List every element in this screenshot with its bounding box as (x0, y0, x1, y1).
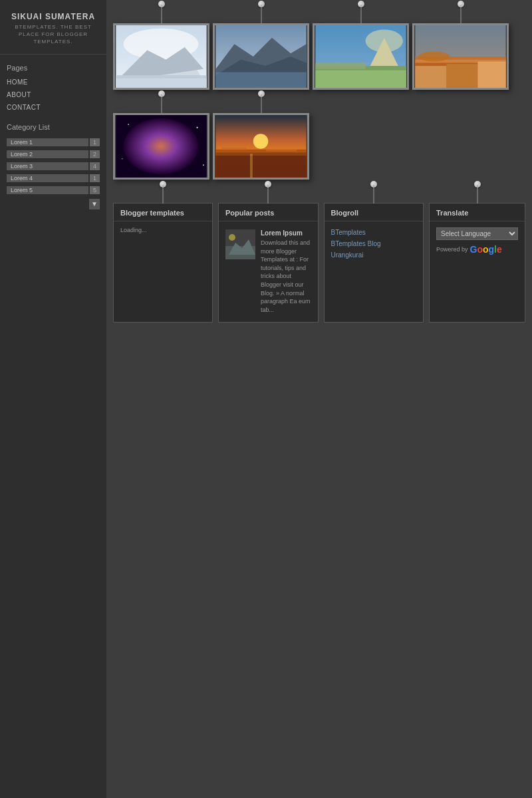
string-widget-1 (163, 185, 164, 203)
popular-posts-widget: Popular posts Lorem Ipsum Download this … (218, 203, 319, 323)
category-label: Lorem 4 (7, 174, 88, 182)
photo-3 (313, 23, 409, 90)
svg-rect-36 (266, 150, 297, 152)
blogroll-link-1[interactable]: BTemplates (331, 227, 417, 238)
blogroll-widget: Blogroll BTemplates BTemplates Blog Uran… (324, 203, 424, 323)
gallery-item-2 (213, 23, 309, 90)
svg-point-28 (122, 158, 123, 160)
gallery-item-4 (412, 23, 509, 90)
category-item[interactable]: Lorem 2 2 (0, 148, 106, 160)
category-count: 5 (90, 186, 100, 194)
category-item[interactable]: Lorem 1 1 (0, 136, 106, 148)
svg-point-26 (128, 124, 129, 125)
photo-2 (213, 23, 309, 90)
string-5 (161, 94, 162, 113)
category-list-heading: Category List (0, 114, 106, 136)
site-header: SIKUAI SUMATERA BTEMPLATES. THE BEST PLA… (0, 7, 106, 55)
powered-by-label: Powered by (436, 246, 468, 253)
translate-title: Translate (430, 203, 525, 221)
pages-nav: HOME ABOUT CONTACT (0, 76, 106, 114)
svg-rect-38 (250, 154, 253, 178)
string-4 (460, 5, 461, 23)
site-title: SIKUAI SUMATERA (7, 12, 100, 21)
category-count: 4 (90, 162, 100, 170)
blogger-templates-title: Blogger templates (114, 203, 212, 221)
string-6 (261, 94, 261, 113)
blogger-templates-content: Loading... (114, 221, 212, 239)
gallery-item-1 (113, 23, 209, 90)
main-content: Blogger templates Loading... Popular pos… (106, 0, 532, 798)
blogroll-link-3[interactable]: Urangkurai (331, 249, 417, 261)
svg-point-23 (418, 51, 450, 61)
category-count: 1 (90, 138, 100, 146)
post-title: Lorem Ipsum (261, 229, 311, 237)
category-item[interactable]: Lorem 4 1 (0, 172, 106, 184)
scroll-button-container: ▼ (0, 196, 106, 212)
category-label: Lorem 1 (7, 138, 88, 146)
pages-heading: Pages (0, 55, 106, 76)
widgets-row: Blogger templates Loading... Popular pos… (106, 183, 532, 326)
svg-rect-20 (415, 66, 446, 88)
svg-rect-14 (315, 70, 406, 88)
svg-rect-5 (116, 78, 206, 88)
string-widget-4 (477, 185, 477, 203)
nav-home[interactable]: HOME (0, 76, 106, 88)
translate-content: Select Language English Spanish French P… (430, 221, 525, 260)
nav-about[interactable]: ABOUT (0, 88, 106, 101)
string-2 (261, 5, 261, 23)
blogroll-link-2[interactable]: BTemplates Blog (331, 238, 417, 249)
gallery-item-5 (113, 113, 209, 180)
photo-1 (113, 23, 209, 90)
gallery-row-2 (106, 93, 532, 183)
category-count: 1 (90, 174, 100, 182)
google-text: Google (470, 244, 502, 255)
svg-rect-15 (315, 63, 365, 68)
popular-posts-content: Lorem Ipsum Download this and more Blogg… (219, 221, 318, 322)
popular-posts-title: Popular posts (219, 203, 318, 221)
post-thumbnail (225, 229, 255, 259)
svg-point-32 (253, 134, 269, 149)
category-label: Lorem 5 (7, 186, 88, 194)
site-tagline: BTEMPLATES. THE BEST PLACE FOR BLOGGER T… (7, 23, 100, 46)
translate-widget: Translate Select Language English Spanis… (429, 203, 525, 323)
svg-rect-21 (446, 64, 477, 88)
svg-point-25 (124, 118, 199, 175)
language-select[interactable]: Select Language English Spanish French (436, 227, 518, 240)
svg-point-29 (203, 164, 204, 166)
gallery-item-6 (213, 113, 309, 180)
post-excerpt: Download this and more Blogger Templates… (261, 239, 311, 314)
category-label: Lorem 3 (7, 162, 88, 170)
svg-rect-37 (215, 156, 306, 178)
svg-rect-35 (222, 148, 247, 150)
sidebar: SIKUAI SUMATERA BTEMPLATES. THE BEST PLA… (0, 0, 106, 798)
loading-text: Loading... (120, 227, 205, 233)
photo-5 (113, 113, 209, 180)
blogroll-content: BTemplates BTemplates Blog Urangkurai (325, 221, 424, 266)
string-widget-2 (268, 185, 269, 203)
string-1 (161, 5, 162, 23)
svg-rect-22 (477, 62, 505, 88)
svg-point-42 (229, 234, 235, 241)
category-label: Lorem 2 (7, 150, 88, 158)
blogger-templates-widget: Blogger templates Loading... (113, 203, 213, 323)
gallery-row-1 (106, 0, 532, 93)
scroll-down-button[interactable]: ▼ (89, 199, 100, 209)
photo-4 (412, 23, 509, 90)
category-list: Lorem 1 1 Lorem 2 2 Lorem 3 4 Lorem 4 1 … (0, 136, 106, 196)
nav-contact[interactable]: CONTACT (0, 101, 106, 114)
gallery-item-3 (313, 23, 409, 90)
category-item[interactable]: Lorem 3 4 (0, 160, 106, 172)
svg-point-27 (196, 127, 198, 128)
thumbnail-img (225, 229, 255, 259)
blogroll-title: Blogroll (325, 203, 424, 221)
photo-6 (213, 113, 309, 180)
string-widget-3 (373, 185, 374, 203)
category-item[interactable]: Lorem 5 5 (0, 184, 106, 196)
string-3 (360, 5, 361, 23)
category-count: 2 (90, 150, 100, 158)
post-item: Lorem Ipsum Download this and more Blogg… (225, 227, 311, 317)
post-text-block: Lorem Ipsum Download this and more Blogg… (261, 229, 311, 314)
google-logo: Powered by Google (436, 244, 518, 255)
svg-rect-9 (215, 72, 306, 88)
